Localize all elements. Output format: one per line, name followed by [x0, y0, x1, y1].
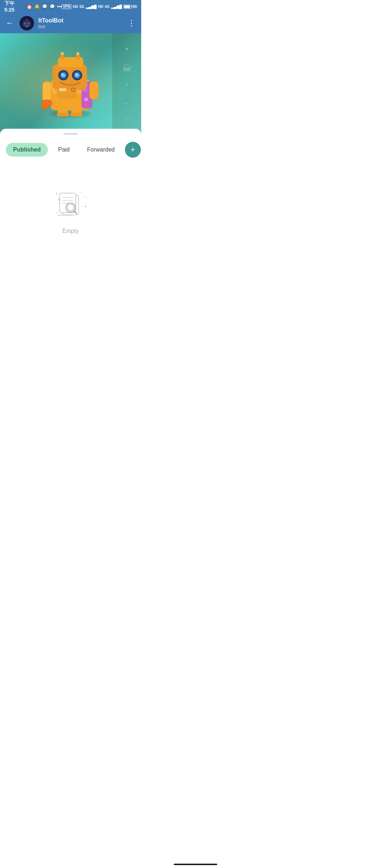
status-left: 下午5:25 ⏰ 🔔 💬 💬 ••• — [4, 0, 62, 13]
chat-icon-1: 💬 — [42, 4, 47, 9]
svg-rect-31 — [60, 54, 64, 59]
doodle-star: ✦ — [125, 46, 129, 52]
right-doodle-panel: ✦ ☕ ✦ 🐟 〜 — [112, 33, 141, 135]
more-dots-icon: ⋮ — [127, 18, 135, 28]
tab-forwarded[interactable]: Forwarded — [80, 143, 122, 157]
bot-info: ItToolBot bot — [38, 17, 122, 29]
svg-text:°: ° — [81, 191, 82, 195]
hd-label-2: HD — [98, 5, 103, 9]
battery-fill — [124, 5, 130, 8]
doodle-star2: ✦ — [125, 82, 129, 87]
add-icon: + — [131, 145, 135, 154]
svg-point-39 — [72, 89, 74, 91]
status-time: 下午5:25 — [4, 0, 24, 13]
doodle-squiggle: 〜 — [124, 116, 129, 122]
vpn-label: VPN — [62, 4, 71, 9]
svg-rect-42 — [57, 113, 69, 116]
svg-text:+: + — [55, 191, 58, 196]
empty-illustration: + ° ° + ° — [52, 188, 89, 221]
hd-label-1: HD — [73, 5, 78, 9]
tab-published[interactable]: Published — [6, 143, 48, 157]
svg-rect-33 — [76, 54, 80, 59]
signal-bars-2: ▂▄▆█ — [111, 5, 122, 9]
svg-text:°: ° — [56, 212, 58, 216]
svg-point-32 — [61, 52, 64, 55]
hero-image: ✦ ☕ ✦ 🐟 〜 — [0, 33, 141, 135]
drag-handle — [63, 133, 78, 135]
tab-row: Published Paid Forwarded + — [6, 142, 135, 158]
svg-text:°: ° — [84, 196, 86, 200]
more-status-icon: ••• — [57, 4, 62, 9]
alarm-icon: ⏰ — [26, 4, 32, 9]
avatar-svg — [20, 16, 34, 30]
svg-point-45 — [41, 104, 48, 110]
robot-svg — [38, 47, 103, 119]
empty-label: Empty — [62, 228, 79, 234]
avatar-inner — [20, 16, 34, 30]
bot-name: ItToolBot — [38, 17, 122, 24]
back-button[interactable]: ← — [4, 17, 15, 29]
svg-point-14 — [85, 98, 87, 101]
svg-text:+: + — [84, 204, 87, 209]
status-right: VPN HD 5G ▂▄▆█ HD 4G ▂▄▆█ 89 — [62, 4, 137, 9]
nav-bar: ← ItToolBot bot ⋮ — [0, 13, 141, 33]
svg-rect-4 — [23, 21, 31, 26]
svg-rect-6 — [26, 19, 28, 21]
empty-state: + ° ° + ° — [6, 166, 135, 249]
svg-rect-18 — [89, 81, 98, 99]
svg-point-34 — [76, 52, 79, 55]
chat-icon-2: 💬 — [50, 4, 55, 9]
doodle-fish: 🐟 — [123, 98, 131, 106]
tab-paid-label: Paid — [58, 146, 70, 153]
4g-label: 4G — [105, 5, 109, 9]
signal-bars-1: ▂▄▆█ — [86, 5, 97, 9]
bot-status: bot — [38, 24, 122, 29]
bottom-sheet: Published Paid Forwarded + + ° ° + ° — [0, 129, 141, 317]
tab-forwarded-label: Forwarded — [87, 146, 114, 153]
back-arrow-icon: ← — [6, 18, 14, 28]
add-button[interactable]: + — [125, 142, 141, 158]
svg-rect-43 — [70, 113, 83, 116]
battery-percent: 89 — [133, 5, 137, 9]
tab-published-label: Published — [13, 146, 41, 153]
battery-icon — [123, 5, 131, 9]
5g-label: 5G — [79, 5, 84, 9]
doodle-cup: ☕ — [122, 63, 132, 72]
svg-rect-37 — [59, 93, 71, 94]
tab-paid[interactable]: Paid — [51, 143, 77, 157]
more-options-button[interactable]: ⋮ — [126, 17, 137, 29]
svg-rect-36 — [59, 88, 66, 91]
notification-icon: 🔔 — [34, 4, 40, 9]
robot-illustration — [38, 47, 103, 121]
empty-icon: + ° ° + ° — [52, 188, 89, 222]
status-bar: 下午5:25 ⏰ 🔔 💬 💬 ••• VPN HD 5G ▂▄▆█ HD 4G … — [0, 0, 141, 13]
avatar — [20, 16, 34, 30]
svg-rect-16 — [43, 82, 51, 101]
svg-point-29 — [75, 73, 77, 75]
svg-point-24 — [62, 73, 63, 75]
